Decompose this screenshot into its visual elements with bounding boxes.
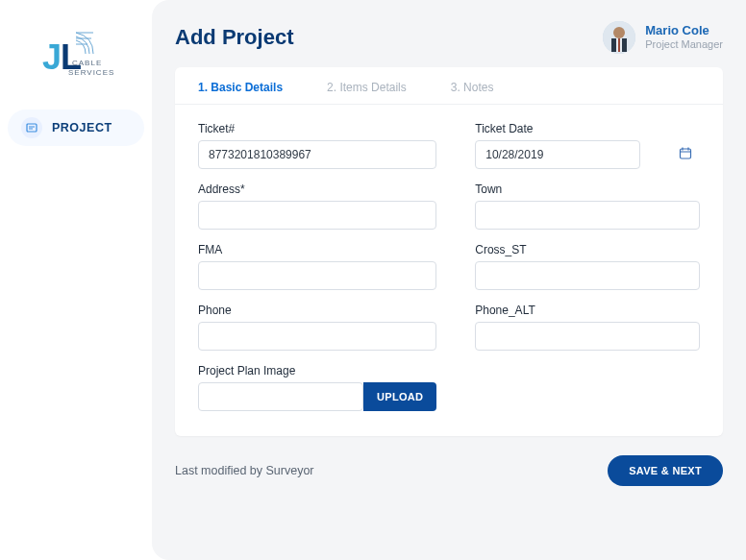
calendar-icon — [679, 147, 692, 163]
tab-basic-details[interactable]: 1. Basic Details — [198, 81, 283, 94]
input-plan-image[interactable] — [198, 382, 363, 411]
save-next-button[interactable]: SAVE & NEXT — [608, 455, 723, 486]
form: Ticket# Ticket Date Address* — [175, 105, 723, 436]
form-card: 1. Basic Details 2. Items Details 3. Not… — [175, 67, 723, 436]
svg-point-11 — [613, 27, 625, 38]
last-modified: Last modified by Surveyor — [175, 464, 314, 477]
label-ticket: Ticket# — [198, 122, 436, 135]
field-ticket-date: Ticket Date — [475, 122, 700, 169]
footer: Last modified by Surveyor SAVE & NEXT — [175, 455, 723, 486]
label-phone: Phone — [198, 304, 436, 317]
avatar — [603, 21, 635, 54]
header: Add Project Mario Cole Project Manager — [175, 21, 723, 54]
user-meta: Mario Cole Project Manager — [645, 24, 723, 51]
project-icon — [21, 117, 42, 138]
input-cross-st[interactable] — [475, 261, 700, 290]
field-ticket: Ticket# — [198, 122, 436, 169]
label-fma: FMA — [198, 243, 436, 256]
sidebar-item-project[interactable]: PROJECT — [8, 110, 144, 146]
logo: J L CABLE SERVICES — [33, 27, 119, 81]
field-fma: FMA — [198, 243, 436, 290]
field-phone: Phone — [198, 304, 436, 351]
label-phone-alt: Phone_ALT — [475, 304, 700, 317]
svg-text:SERVICES: SERVICES — [68, 68, 114, 77]
input-phone-alt[interactable] — [475, 322, 700, 351]
input-town[interactable] — [475, 201, 700, 230]
svg-rect-15 — [681, 149, 691, 158]
field-cross-st: Cross_ST — [475, 243, 700, 290]
input-address[interactable] — [198, 201, 436, 230]
label-ticket-date: Ticket Date — [475, 122, 700, 135]
user-role: Project Manager — [645, 38, 723, 51]
input-fma[interactable] — [198, 261, 436, 290]
tab-items-details[interactable]: 2. Items Details — [327, 81, 407, 94]
tabs: 1. Basic Details 2. Items Details 3. Not… — [175, 67, 723, 105]
input-ticket-date[interactable] — [475, 140, 640, 169]
field-town: Town — [475, 183, 700, 230]
svg-text:J: J — [42, 37, 62, 77]
label-cross-st: Cross_ST — [475, 243, 700, 256]
app-root: J L CABLE SERVICES PROJECT — [0, 0, 746, 560]
sidebar-item-label: PROJECT — [52, 121, 112, 134]
logo-mark: J L CABLE SERVICES — [37, 27, 114, 81]
input-ticket[interactable] — [198, 140, 436, 169]
main: Add Project Mario Cole Project Manager — [152, 0, 746, 560]
user-block[interactable]: Mario Cole Project Manager — [603, 21, 723, 54]
field-phone-alt: Phone_ALT — [475, 304, 700, 351]
tab-notes[interactable]: 3. Notes — [451, 81, 494, 94]
input-phone[interactable] — [198, 322, 436, 351]
page-title: Add Project — [175, 25, 293, 50]
user-name: Mario Cole — [645, 24, 723, 38]
label-town: Town — [475, 183, 700, 196]
sidebar: J L CABLE SERVICES PROJECT — [0, 0, 152, 560]
svg-text:CABLE: CABLE — [72, 59, 102, 67]
svg-rect-7 — [27, 124, 37, 132]
label-address: Address* — [198, 183, 436, 196]
svg-rect-14 — [618, 38, 620, 52]
label-plan-image: Project Plan Image — [198, 364, 436, 377]
field-address: Address* — [198, 183, 436, 230]
field-plan-image: Project Plan Image UPLOAD — [198, 364, 436, 411]
upload-button[interactable]: UPLOAD — [363, 382, 436, 411]
